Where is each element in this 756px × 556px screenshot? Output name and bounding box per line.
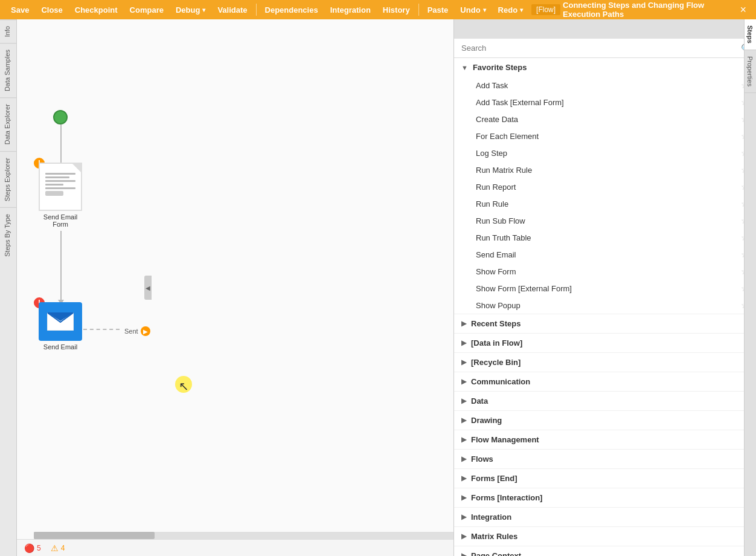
sidebar-tab-steps-by-type[interactable]: Steps By Type (0, 207, 16, 263)
error-status: 🔴 5 (24, 543, 41, 553)
tree-group: ▶Drawing (454, 411, 756, 430)
chevron-right-icon: ▶ (461, 552, 466, 556)
send-email-step[interactable]: ! Send Email (39, 302, 82, 351)
history-button[interactable]: History (377, 0, 416, 19)
debug-dropdown[interactable]: Debug ▾ (170, 0, 211, 19)
group-header[interactable]: ▶Communication (454, 372, 756, 391)
tree-group: ▶Page Context (454, 546, 756, 556)
close-button[interactable]: Close (35, 0, 68, 19)
tree-item[interactable]: Add Task [External Form]☆ (454, 94, 756, 111)
group-header[interactable]: ▶Forms [Interaction] (454, 488, 756, 507)
connector-line-1 (60, 124, 62, 167)
tree-item[interactable]: For Each Element☆ (454, 128, 756, 144)
tree-item[interactable]: Run Sub Flow☆ (454, 212, 756, 229)
chevron-right-icon: ▶ (461, 320, 466, 328)
compare-button[interactable]: Compare (124, 0, 170, 19)
separator2 (418, 4, 419, 16)
status-bar: 🔴 5 ⚠ 4 (17, 539, 453, 556)
chevron-right-icon: ▶ (461, 358, 466, 366)
collapsed-groups: ▶Recent Steps▶[Data in Flow]▶[Recycle Bi… (454, 314, 756, 556)
tree-group: ▶Flows (454, 450, 756, 469)
email-step-label: Send Email (43, 343, 77, 351)
collapse-handle[interactable]: ◀ (144, 276, 152, 300)
separator (256, 4, 257, 16)
chevron-right-icon: ▶ (461, 513, 466, 521)
tree-group: ▶Recent Steps (454, 314, 756, 334)
start-circle (53, 110, 68, 124)
tree-group: ▶[Recycle Bin] (454, 353, 756, 372)
tree-item[interactable]: Create Data☆ (454, 111, 756, 128)
page-title: Connecting Steps and Changing Flow Execu… (563, 1, 735, 19)
integration-button[interactable]: Integration (324, 0, 377, 19)
canvas-scrollbar[interactable] (34, 532, 453, 539)
group-header[interactable]: ▶Recent Steps (454, 314, 756, 333)
group-header[interactable]: ▶Data (454, 392, 756, 410)
chevron-right-icon: ▶ (461, 397, 466, 405)
scrollbar-thumb[interactable] (34, 532, 155, 539)
sidebar-tab-steps-explorer[interactable]: Steps Explorer (0, 151, 16, 207)
tree-group: ▶Matrix Rules (454, 527, 756, 546)
tree-item[interactable]: Log Step☆ (454, 144, 756, 161)
sidebar-tab-info[interactable]: Info (0, 19, 16, 43)
sidebar-tab-data-explorer[interactable]: Data Explorer (0, 97, 16, 150)
checkpoint-button[interactable]: Checkpoint (69, 0, 124, 19)
chevron-right-icon: ▶ (461, 455, 466, 463)
group-header[interactable]: ▶Drawing (454, 411, 756, 430)
chevron-right-icon: ▶ (461, 378, 466, 386)
dependencies-button[interactable]: Dependencies (259, 0, 324, 19)
tree-item[interactable]: Add Task☆ (454, 77, 756, 94)
tree-item[interactable]: Show Form☆ (454, 263, 756, 280)
group-header[interactable]: ▶Flows (454, 450, 756, 468)
redo-dropdown[interactable]: Redo ▾ (492, 0, 530, 19)
search-box: 🔍 (454, 39, 756, 58)
chevron-right-icon: ▶ (461, 532, 466, 540)
tree-group: ▶Flow Management (454, 430, 756, 450)
tree-group-favorite: ▼ Favorite Steps Add Task☆Add Task [Exte… (454, 58, 756, 314)
favorite-steps-header[interactable]: ▼ Favorite Steps (454, 58, 756, 77)
chevron-right-icon: ▶ (461, 474, 466, 482)
error-icon: 🔴 (24, 543, 34, 553)
tree-item[interactable]: Run Matrix Rule☆ (454, 161, 756, 178)
toolbar: Save Close Checkpoint Compare Debug ▾ Va… (0, 0, 756, 19)
group-header[interactable]: ▶Integration (454, 508, 756, 526)
group-header[interactable]: ▶Matrix Rules (454, 527, 756, 546)
validate-button[interactable]: Validate (211, 0, 253, 19)
tree-group: ▶Communication (454, 372, 756, 392)
group-header[interactable]: ▶[Recycle Bin] (454, 353, 756, 372)
start-node[interactable] (53, 110, 68, 124)
tree-group: ▶Data (454, 392, 756, 411)
search-input[interactable] (459, 41, 741, 55)
cursor: ↖ (179, 379, 189, 393)
connector-line-2 (60, 231, 62, 302)
close-icon[interactable]: × (735, 4, 751, 16)
save-button[interactable]: Save (5, 0, 35, 19)
paste-button[interactable]: Paste (421, 0, 455, 19)
error-count: 5 (37, 544, 41, 552)
undo-dropdown[interactable]: Undo ▾ (454, 0, 492, 19)
left-sidebar: Info Data Samples Data Explorer Steps Ex… (0, 19, 17, 556)
email-icon-box (39, 302, 82, 341)
warning-icon: ⚠ (51, 543, 59, 553)
form-step-icon (39, 163, 82, 211)
canvas-area[interactable]: ! Send EmailForm (17, 19, 454, 556)
sidebar-tab-data-samples[interactable]: Data Samples (0, 43, 16, 97)
warning-status: ⚠ 4 (51, 543, 65, 553)
main-layout: Info Data Samples Data Explorer Steps Ex… (0, 19, 756, 556)
email-envelope (47, 312, 74, 331)
tree-group: ▶Forms [End] (454, 469, 756, 488)
tree-item[interactable]: Run Rule☆ (454, 195, 756, 212)
tree-item[interactable]: Run Truth Table☆ (454, 229, 756, 246)
steps-tab[interactable]: Steps (745, 19, 756, 50)
group-header[interactable]: ▶Page Context (454, 546, 756, 556)
properties-tab[interactable]: Properties (745, 50, 756, 93)
tree-item[interactable]: Show Popup☆ (454, 297, 756, 314)
group-header[interactable]: ▶Forms [End] (454, 469, 756, 488)
group-header[interactable]: ▶Flow Management (454, 430, 756, 449)
tree-item[interactable]: Show Form [External Form]☆ (454, 280, 756, 297)
tree-item[interactable]: Run Report☆ (454, 178, 756, 195)
sent-text: Sent (124, 328, 138, 335)
connector-arrow: ▶ (141, 326, 150, 336)
send-email-form-step[interactable]: ! Send EmailForm (39, 163, 82, 228)
tree-item[interactable]: Send Email☆ (454, 246, 756, 263)
group-header[interactable]: ▶[Data in Flow] (454, 334, 756, 352)
